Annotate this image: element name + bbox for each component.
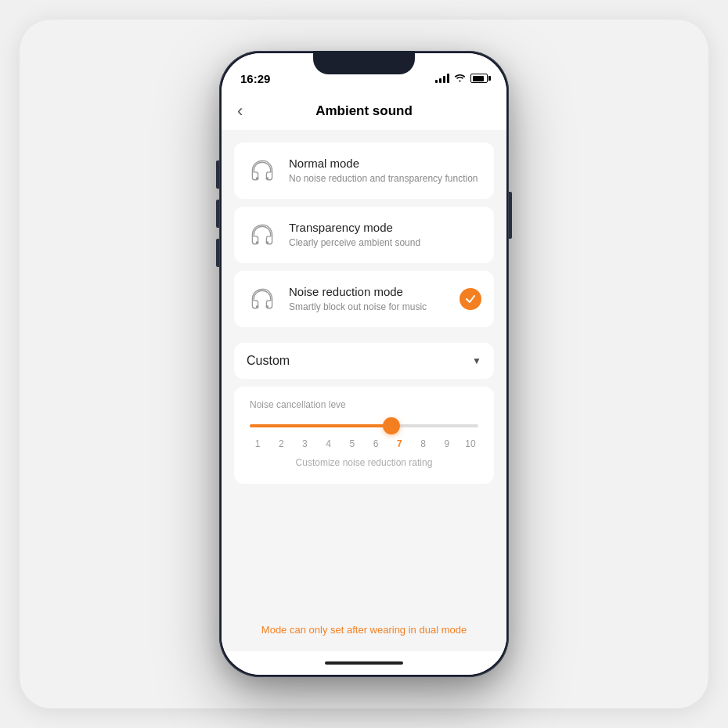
customize-hint: Customize noise reduction rating: [250, 457, 478, 468]
dropdown-row: Custom ▼: [247, 354, 481, 368]
page-title: Ambient sound: [315, 103, 413, 119]
tick-6: 6: [369, 438, 382, 449]
warning-text: Mode can only set after wearing in dual …: [261, 624, 467, 636]
noise-reduction-mode-text: Noise reduction mode Smartly block out n…: [289, 285, 449, 314]
slider-fill: [250, 424, 391, 427]
signal-icon: [435, 74, 449, 83]
normal-mode-text: Normal mode No noise reduction and trans…: [289, 157, 481, 186]
chevron-down-icon: ▼: [472, 355, 481, 366]
tick-8: 8: [417, 438, 430, 449]
tick-9: 9: [441, 438, 453, 449]
slider-thumb[interactable]: [383, 417, 400, 434]
nav-header: ‹ Ambient sound: [222, 92, 506, 130]
tick-10: 10: [464, 438, 477, 449]
status-time: 16:29: [240, 72, 270, 85]
tick-5: 5: [346, 438, 359, 449]
headphone-icon-noise: [247, 283, 278, 315]
svg-point-1: [256, 177, 259, 180]
tick-3: 3: [298, 438, 311, 449]
tick-1: 1: [251, 438, 264, 449]
transparency-mode-title: Transparency mode: [289, 221, 481, 234]
noise-reduction-mode-subtitle: Smartly block out noise for music: [289, 301, 449, 314]
tick-4: 4: [323, 438, 335, 449]
custom-dropdown[interactable]: Custom ▼: [234, 343, 494, 379]
home-indicator: [222, 651, 506, 675]
dropdown-label: Custom: [247, 354, 290, 368]
slider-label: Noise cancellation leve: [250, 399, 478, 410]
wifi-icon: [454, 73, 466, 85]
normal-mode-subtitle: No noise reduction and transparency func…: [289, 172, 481, 186]
slider-ticks: 1 2 3 4 5 6 7 8 9 10: [250, 438, 478, 449]
svg-point-4: [266, 305, 269, 308]
svg-point-5: [256, 305, 259, 308]
tick-2: 2: [275, 438, 287, 449]
content-area: Normal mode No noise reduction and trans…: [222, 130, 506, 651]
home-bar: [325, 661, 403, 665]
slider-track: [250, 424, 478, 427]
svg-point-0: [266, 177, 269, 180]
svg-point-3: [256, 241, 259, 244]
headphone-icon-normal: [247, 155, 278, 186]
status-icons: [435, 73, 488, 85]
battery-icon: [470, 74, 488, 83]
slider-section: Noise cancellation leve 1 2 3 4 5 6: [234, 387, 494, 484]
transparency-mode-subtitle: Clearly perceive ambient sound: [289, 236, 481, 250]
noise-reduction-mode-title: Noise reduction mode: [289, 285, 449, 298]
outer-background: 16:29: [20, 20, 708, 708]
back-button[interactable]: ‹: [237, 103, 243, 120]
noise-reduction-mode-card[interactable]: Noise reduction mode Smartly block out n…: [234, 271, 494, 327]
selected-check: [460, 288, 481, 310]
svg-point-2: [266, 241, 269, 244]
bottom-area: Mode can only set after wearing in dual …: [222, 484, 506, 651]
headphone-icon-transparency: [247, 219, 278, 250]
transparency-mode-card[interactable]: Transparency mode Clearly perceive ambie…: [234, 207, 494, 263]
normal-mode-card[interactable]: Normal mode No noise reduction and trans…: [234, 142, 494, 199]
mode-cards-container: Normal mode No noise reduction and trans…: [222, 130, 506, 335]
transparency-mode-text: Transparency mode Clearly perceive ambie…: [289, 221, 481, 250]
phone-screen: 16:29: [222, 53, 506, 675]
normal-mode-title: Normal mode: [289, 157, 481, 170]
notch: [313, 51, 415, 74]
slider-track-container[interactable]: [250, 424, 478, 427]
tick-7: 7: [393, 438, 405, 449]
phone-frame: 16:29: [219, 51, 509, 677]
